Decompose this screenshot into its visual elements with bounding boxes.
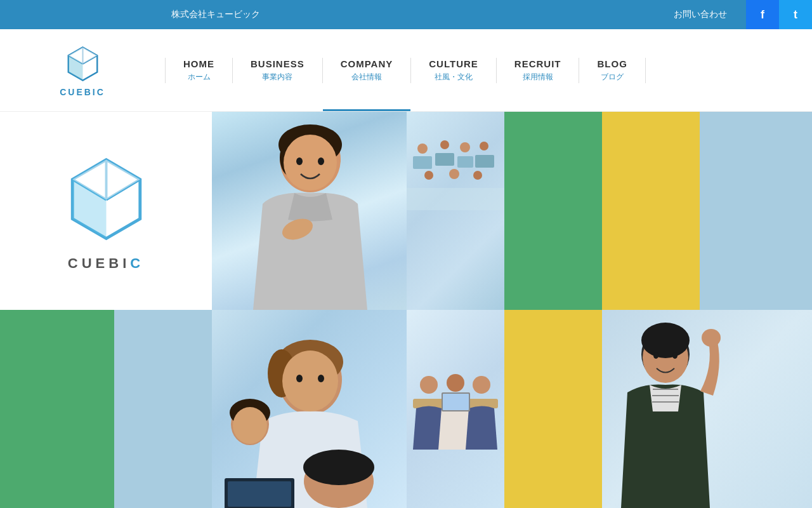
nav-company[interactable]: COMPANY 会社情報 xyxy=(323,29,411,111)
svg-rect-49 xyxy=(228,481,291,507)
twitter-button[interactable]: t xyxy=(779,0,812,29)
contact-link[interactable]: お問い合わせ xyxy=(655,9,746,20)
svg-rect-55 xyxy=(443,394,469,410)
cell-yellow-1 xyxy=(602,112,700,310)
svg-point-17 xyxy=(284,135,337,190)
svg-point-29 xyxy=(480,142,488,150)
svg-point-39 xyxy=(296,375,303,382)
main-nav: HOME ホーム BUSINESS 事業内容 COMPANY 会社情報 CULT… xyxy=(165,29,812,111)
nav-recruit[interactable]: RECRUIT 採用情報 xyxy=(497,29,579,111)
grid-row-2 xyxy=(0,310,812,508)
svg-rect-25 xyxy=(475,155,494,168)
photo-meeting xyxy=(407,310,504,508)
nav-business[interactable]: BUSINESS 事業内容 xyxy=(233,29,322,111)
svg-point-60 xyxy=(672,352,678,359)
svg-point-52 xyxy=(447,374,464,392)
logo-icon xyxy=(62,43,103,84)
svg-rect-23 xyxy=(435,153,454,166)
cell-edge-1 xyxy=(700,112,812,310)
svg-point-31 xyxy=(424,171,433,180)
nav-home[interactable]: HOME ホーム xyxy=(166,29,232,111)
svg-rect-24 xyxy=(457,156,473,168)
header: CUEBIC HOME ホーム BUSINESS 事業内容 COMPANY 会社… xyxy=(0,29,812,112)
svg-point-58 xyxy=(641,323,690,358)
logo-text: CUEBIC xyxy=(60,87,105,97)
meeting-svg xyxy=(407,310,504,508)
company-name: 株式会社キュービック xyxy=(0,9,260,20)
svg-point-53 xyxy=(473,376,490,394)
cell-lightblue-2 xyxy=(114,310,212,508)
grid-row-1: CUEBIC xyxy=(0,112,812,310)
facebook-button[interactable]: f xyxy=(746,0,779,29)
svg-point-38 xyxy=(282,351,338,411)
photo-students xyxy=(212,310,407,508)
cell-yellow-2 xyxy=(504,310,602,508)
svg-point-59 xyxy=(653,352,658,359)
svg-point-27 xyxy=(440,140,449,149)
photo-person2 xyxy=(602,310,812,508)
nav-culture[interactable]: CULTURE 社風・文化 xyxy=(411,29,496,111)
main-content: CUEBIC xyxy=(0,112,812,508)
svg-point-47 xyxy=(303,450,374,485)
svg-point-18 xyxy=(296,157,303,165)
top-bar: 株式会社キュービック お問い合わせ f t xyxy=(0,0,812,29)
svg-point-19 xyxy=(318,157,324,165)
svg-rect-22 xyxy=(413,156,432,169)
svg-point-32 xyxy=(449,169,459,179)
logo-area: CUEBIC xyxy=(0,29,165,111)
hero-logo-text: CUEBIC xyxy=(68,255,144,272)
svg-point-64 xyxy=(702,329,721,347)
hero-logo-cell: CUEBIC xyxy=(0,112,212,310)
top-bar-right: お問い合わせ f t xyxy=(655,0,812,29)
students-svg xyxy=(212,310,407,508)
person1-svg xyxy=(212,112,407,310)
svg-point-33 xyxy=(473,171,482,180)
svg-point-45 xyxy=(233,407,267,444)
hero-photo-main xyxy=(212,112,407,310)
person2-svg xyxy=(602,310,729,508)
svg-rect-30 xyxy=(407,188,504,210)
office-svg xyxy=(407,112,504,210)
svg-point-40 xyxy=(318,375,324,382)
svg-point-51 xyxy=(420,376,438,394)
nav-sep xyxy=(645,58,646,83)
nav-blog[interactable]: BLOG ブログ xyxy=(579,29,645,111)
photo-office xyxy=(407,112,504,310)
svg-point-26 xyxy=(417,144,428,154)
svg-point-28 xyxy=(460,142,470,152)
cell-green-1 xyxy=(504,112,602,310)
hero-logo-icon xyxy=(57,150,155,249)
cell-green-2 xyxy=(0,310,114,508)
